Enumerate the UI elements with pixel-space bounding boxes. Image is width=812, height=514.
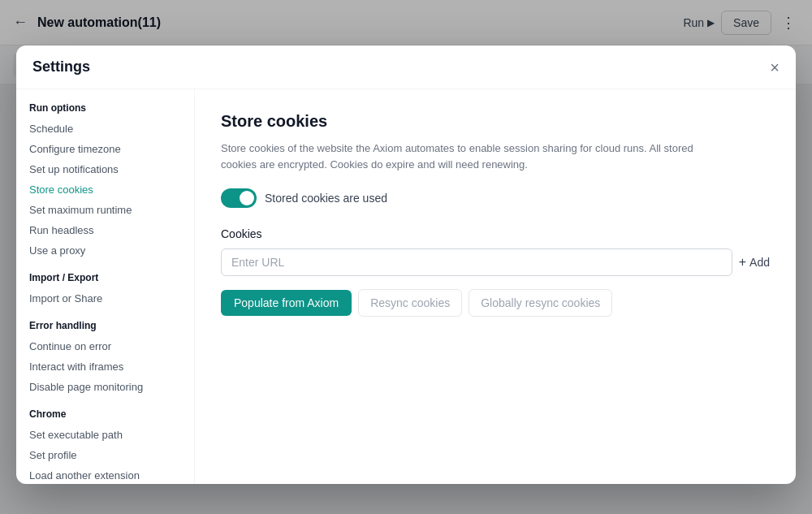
sidebar-item-schedule[interactable]: Schedule [26, 119, 184, 139]
sidebar-item-interact-with-iframes[interactable]: Interact with iframes [26, 356, 184, 377]
action-row: Populate from Axiom Resync cookies Globa… [221, 289, 770, 317]
settings-modal: Settings × Run options Schedule Configur… [16, 45, 796, 484]
toggle-slider [221, 188, 257, 208]
add-button[interactable]: + Add [739, 255, 770, 270]
url-input[interactable] [221, 248, 732, 276]
plus-icon: + [739, 255, 746, 270]
sidebar-item-use-a-proxy[interactable]: Use a proxy [26, 240, 184, 261]
sidebar-item-disable-page-monitoring[interactable]: Disable page monitoring [26, 377, 184, 397]
modal-overlay: Settings × Run options Schedule Configur… [0, 0, 812, 514]
section-title: Store cookies [221, 112, 770, 131]
modal-title: Settings [32, 58, 90, 76]
sidebar-item-continue-on-error[interactable]: Continue on error [26, 336, 184, 356]
globally-resync-cookies-button[interactable]: Globally resync cookies [469, 289, 612, 317]
populate-from-axiom-button[interactable]: Populate from Axiom [221, 290, 352, 316]
sidebar-item-set-maximum-runtime[interactable]: Set maximum runtime [26, 200, 184, 220]
sidebar-item-load-another-extension[interactable]: Load another extension [26, 465, 184, 484]
url-row: + Add [221, 248, 770, 276]
sidebar-item-set-profile[interactable]: Set profile [26, 445, 184, 465]
toggle-label: Stored cookies are used [265, 192, 387, 205]
modal-header: Settings × [16, 45, 796, 89]
sidebar-item-import-or-share[interactable]: Import or Share [26, 288, 184, 309]
settings-sidebar: Run options Schedule Configure timezone … [16, 89, 195, 484]
section-description: Store cookies of the website the Axiom a… [221, 140, 724, 172]
main-content: Store cookies Store cookies of the websi… [195, 89, 796, 484]
add-label: Add [749, 256, 770, 269]
cookies-label: Cookies [221, 227, 770, 240]
run-options-section-title: Run options [26, 102, 184, 114]
modal-body: Run options Schedule Configure timezone … [16, 89, 796, 484]
sidebar-item-set-executable-path[interactable]: Set executable path [26, 425, 184, 445]
close-button[interactable]: × [770, 59, 780, 76]
sidebar-item-store-cookies[interactable]: Store cookies [26, 179, 184, 200]
resync-cookies-button[interactable]: Resync cookies [358, 289, 462, 317]
sidebar-item-configure-timezone[interactable]: Configure timezone [26, 139, 184, 159]
error-handling-section-title: Error handling [26, 320, 184, 331]
chrome-section-title: Chrome [26, 408, 184, 420]
toggle-row: Stored cookies are used [221, 188, 770, 208]
stored-cookies-toggle[interactable] [221, 188, 257, 208]
sidebar-item-set-up-notifications[interactable]: Set up notifications [26, 159, 184, 179]
sidebar-item-run-headless[interactable]: Run headless [26, 220, 184, 240]
import-export-section-title: Import / Export [26, 272, 184, 283]
